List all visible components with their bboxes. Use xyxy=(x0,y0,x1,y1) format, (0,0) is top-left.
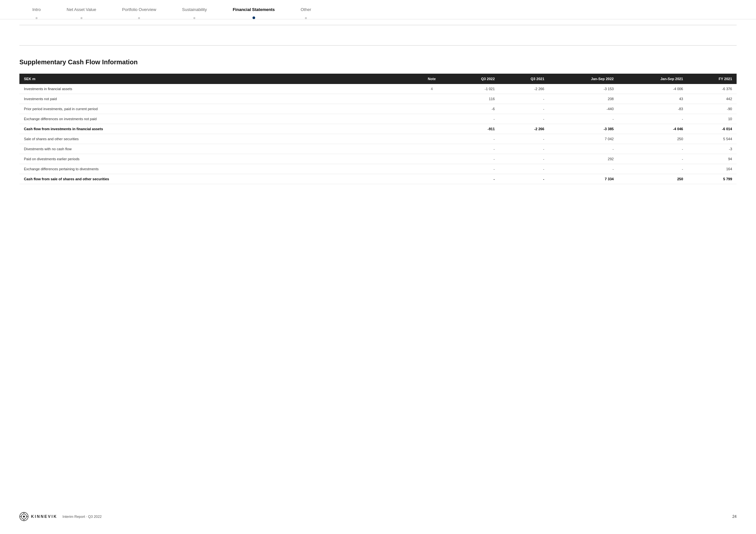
cell-q3-2022: - xyxy=(450,114,499,124)
nav-dot-nav xyxy=(81,17,82,19)
cell-label: Exchange differences on investments not … xyxy=(19,114,414,124)
cell-q3-2022: -1 021 xyxy=(450,84,499,94)
nav-item-other[interactable]: Other xyxy=(288,7,324,12)
nav-dot-intro xyxy=(36,17,38,19)
nav-dot-portfolio xyxy=(138,17,140,19)
cell-note xyxy=(414,144,450,154)
header-q3-2021: Q3 2021 xyxy=(499,74,549,84)
table-row: Exchange differences pertaining to dives… xyxy=(19,164,737,174)
table-row: Sale of shares and other securities--7 0… xyxy=(19,134,737,144)
cell-note xyxy=(414,94,450,104)
table-row: Investments in financial assets4-1 021-2… xyxy=(19,84,737,94)
cell-jan-sep_2022: -3 153 xyxy=(549,84,618,94)
cell-q3-2022: - xyxy=(450,134,499,144)
table-row: Cash flow from sale of shares and other … xyxy=(19,174,737,184)
cell-label: Divestments with no cash flow xyxy=(19,144,414,154)
cell-fy-2021: 94 xyxy=(688,154,737,164)
cell-jan-sep_2021: 250 xyxy=(618,174,688,184)
cell-label: Cash flow from sale of shares and other … xyxy=(19,174,414,184)
cell-q3-2021: -2 266 xyxy=(499,84,549,94)
logo-text: KINNEVIK xyxy=(31,514,57,519)
cell-q3-2021: - xyxy=(499,174,549,184)
cell-fy-2021: -6 376 xyxy=(688,84,737,94)
header-label: SEK m xyxy=(19,74,414,84)
cell-note xyxy=(414,114,450,124)
cell-jan-sep_2022: 208 xyxy=(549,94,618,104)
cell-label: Investments not paid xyxy=(19,94,414,104)
cell-note xyxy=(414,174,450,184)
cash-flow-table: SEK m Note Q3 2022 Q3 2021 Jan-Sep 2022 … xyxy=(19,74,737,184)
nav-item-nav[interactable]: Net Asset Value xyxy=(54,7,109,12)
cell-jan-sep_2021: - xyxy=(618,164,688,174)
header-q3-2022: Q3 2022 xyxy=(450,74,499,84)
cell-note xyxy=(414,124,450,134)
cell-jan-sep_2022: - xyxy=(549,144,618,154)
cell-jan-sep_2022: -3 385 xyxy=(549,124,618,134)
cell-fy-2021: 5 544 xyxy=(688,134,737,144)
cell-q3-2021: - xyxy=(499,144,549,154)
cell-jan-sep_2021: - xyxy=(618,114,688,124)
cell-q3-2022: -6 xyxy=(450,104,499,114)
kinnevik-logo-icon xyxy=(19,512,28,521)
header-fy-2021: FY 2021 xyxy=(688,74,737,84)
cell-jan-sep_2022: -440 xyxy=(549,104,618,114)
cell-q3-2022: - xyxy=(450,164,499,174)
nav-dot-other xyxy=(305,17,307,19)
cell-q3-2022: -911 xyxy=(450,124,499,134)
nav-item-sustainability[interactable]: Sustainability xyxy=(169,7,220,12)
cell-label: Investments in financial assets xyxy=(19,84,414,94)
page-footer: KINNEVIK Interim Report · Q3 2022 24 xyxy=(19,512,737,521)
header-note: Note xyxy=(414,74,450,84)
cell-q3-2022: - xyxy=(450,144,499,154)
nav-dot-sustainability xyxy=(193,17,195,19)
cell-q3-2021: -2 266 xyxy=(499,124,549,134)
nav-item-financial[interactable]: Financial Statements xyxy=(220,7,288,12)
cell-jan-sep_2021: - xyxy=(618,154,688,164)
cell-jan-sep_2021: -4 006 xyxy=(618,84,688,94)
cell-q3-2021: - xyxy=(499,114,549,124)
cell-q3-2022: - xyxy=(450,174,499,184)
cell-q3-2021: - xyxy=(499,94,549,104)
cell-label: Cash flow from investments in financial … xyxy=(19,124,414,134)
main-content: Supplementary Cash Flow Information SEK … xyxy=(0,19,756,210)
cell-jan-sep_2021: 250 xyxy=(618,134,688,144)
cell-jan-sep_2022: - xyxy=(549,114,618,124)
nav-item-intro[interactable]: Intro xyxy=(19,7,54,12)
top-navigation: Intro Net Asset Value Portfolio Overview… xyxy=(0,0,756,19)
kinnevik-logo: KINNEVIK xyxy=(19,512,57,521)
cell-note xyxy=(414,104,450,114)
cell-q3-2021: - xyxy=(499,104,549,114)
cell-fy-2021: 442 xyxy=(688,94,737,104)
cell-note xyxy=(414,154,450,164)
table-row: Paid on divestments earlier periods--292… xyxy=(19,154,737,164)
cell-fy-2021: 10 xyxy=(688,114,737,124)
cell-fy-2021: -90 xyxy=(688,104,737,114)
svg-point-2 xyxy=(23,516,25,518)
table-row: Exchange differences on investments not … xyxy=(19,114,737,124)
cell-note xyxy=(414,164,450,174)
cell-note xyxy=(414,134,450,144)
header-jan-sep-2021: Jan-Sep 2021 xyxy=(618,74,688,84)
cell-jan-sep_2021: 43 xyxy=(618,94,688,104)
cell-q3-2021: - xyxy=(499,134,549,144)
table-header-row: SEK m Note Q3 2022 Q3 2021 Jan-Sep 2022 … xyxy=(19,74,737,84)
table-row: Investments not paid116-20843442 xyxy=(19,94,737,104)
cell-q3-2022: 116 xyxy=(450,94,499,104)
cell-q3-2021: - xyxy=(499,154,549,164)
footer-left: KINNEVIK Interim Report · Q3 2022 xyxy=(19,512,101,521)
table-row: Cash flow from investments in financial … xyxy=(19,124,737,134)
table-row: Divestments with no cash flow-----3 xyxy=(19,144,737,154)
footer-subtitle: Interim Report · Q3 2022 xyxy=(63,515,101,519)
cell-label: Prior period investments, paid in curren… xyxy=(19,104,414,114)
table-row: Prior period investments, paid in curren… xyxy=(19,104,737,114)
cell-note: 4 xyxy=(414,84,450,94)
cell-jan-sep_2021: - xyxy=(618,144,688,154)
section-divider xyxy=(19,45,737,45)
footer-page-number: 24 xyxy=(732,514,737,519)
cell-label: Exchange differences pertaining to dives… xyxy=(19,164,414,174)
cell-jan-sep_2021: -83 xyxy=(618,104,688,114)
cell-label: Sale of shares and other securities xyxy=(19,134,414,144)
cell-jan-sep_2022: - xyxy=(549,164,618,174)
cell-fy-2021: 164 xyxy=(688,164,737,174)
nav-item-portfolio[interactable]: Portfolio Overview xyxy=(109,7,169,12)
